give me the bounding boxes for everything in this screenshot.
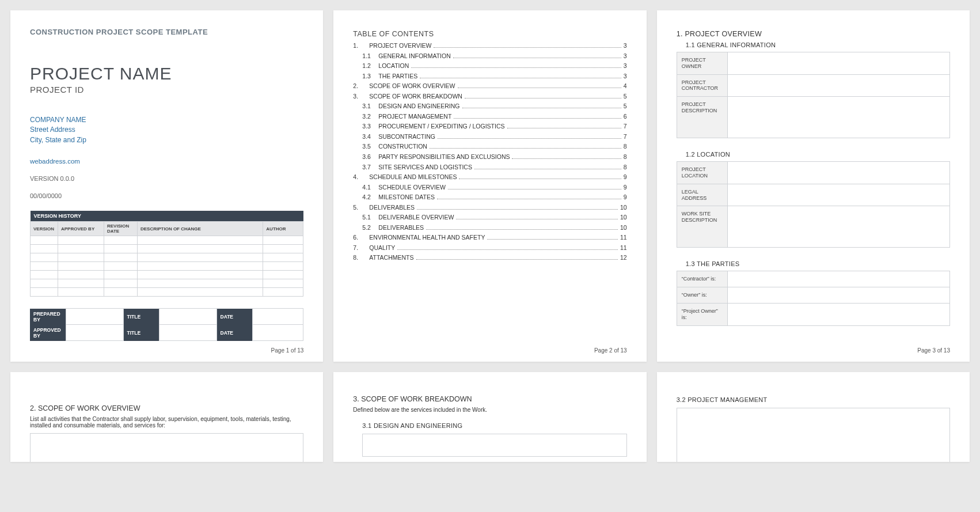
table-row	[31, 288, 303, 297]
section-3-heading: 3. SCOPE OF WORK BREAKDOWN	[353, 395, 626, 403]
label-project-owner-is: “Project Owner” is:	[677, 303, 727, 325]
label-project-description: PROJECT DESCRIPTION	[677, 97, 727, 138]
doc-date: 00/00/0000	[30, 192, 303, 199]
col-version: VERSION	[31, 222, 58, 236]
location-table: PROJECT LOCATION LEGAL ADDRESS WORK SITE…	[677, 161, 950, 248]
design-engineering-box	[362, 434, 626, 457]
page-4: 2. SCOPE OF WORK OVERVIEW List all activ…	[10, 372, 323, 462]
section-2-desc: List all activities that the Contractor …	[30, 416, 303, 428]
toc-title: TABLE OF CONTENTS	[353, 30, 626, 38]
section-3-2-heading: 3.2 PROJECT MANAGEMENT	[677, 396, 950, 403]
label-title: TITLE	[123, 325, 159, 341]
toc-page: 3	[624, 73, 627, 80]
toc-number: 3.1	[362, 103, 378, 110]
toc-page: 11	[620, 234, 627, 241]
toc-leader	[430, 148, 621, 149]
toc-number: 3.2	[362, 113, 378, 120]
toc-page: 12	[620, 255, 627, 261]
label-legal-address: LEGAL ADDRESS	[677, 184, 727, 206]
toc-label: QUALITY	[369, 245, 395, 252]
toc-label: THE PARTIES	[378, 73, 417, 80]
toc-page: 9	[624, 194, 627, 201]
toc-page: 4	[624, 83, 627, 90]
page-footer: Page 2 of 13	[594, 347, 627, 354]
col-approved: APPROVED BY	[58, 222, 104, 236]
toc-item: 4.SCHEDULE AND MILESTONES9	[353, 174, 626, 181]
section-1-1-heading: 1.1 GENERAL INFORMATION	[686, 41, 950, 48]
toc-leader	[465, 98, 621, 98]
toc-label: PARTY RESPONSIBILITIES AND EXCLUSIONS	[378, 154, 510, 161]
toc-label: PROJECT OVERVIEW	[369, 43, 431, 50]
toc-item: 4.2MILESTONE DATES9	[353, 194, 626, 201]
toc-number: 3.4	[362, 134, 378, 141]
toc-item: 6.ENVIRONMENTAL HEALTH AND SAFETY11	[353, 234, 626, 241]
page-footer: Page 3 of 13	[917, 347, 950, 354]
toc-label: DELIVERABLES	[378, 225, 424, 232]
toc-label: LOCATION	[378, 63, 409, 70]
toc-page: 10	[620, 225, 627, 232]
toc-page: 11	[620, 245, 627, 252]
toc-item: 3.7SITE SERVICES AND LOGISTICS8	[353, 164, 626, 171]
toc-page: 8	[624, 143, 627, 150]
toc-number: 4.2	[362, 194, 378, 201]
toc-number: 6.	[353, 234, 369, 241]
document-title: CONSTRUCTION PROJECT SCOPE TEMPLATE	[30, 28, 303, 36]
section-1-3-heading: 1.3 THE PARTIES	[686, 260, 950, 267]
toc-label: SCHEDULE OVERVIEW	[378, 184, 446, 191]
toc-number: 3.6	[362, 154, 378, 161]
col-desc: DESCRIPTION OF CHANGE	[138, 222, 263, 236]
section-1-2-heading: 1.2 LOCATION	[686, 151, 950, 158]
toc-page: 10	[620, 204, 627, 211]
table-row	[31, 279, 303, 288]
toc-leader	[454, 118, 621, 119]
toc-leader	[397, 249, 618, 250]
toc-page: 5	[624, 103, 627, 110]
toc-item: 3.1DESIGN AND ENGINEERING5	[353, 103, 626, 110]
toc-item: 5.DELIVERABLES10	[353, 204, 626, 211]
toc-number: 5.2	[362, 225, 378, 232]
toc-leader	[474, 169, 621, 169]
toc-leader	[448, 189, 621, 189]
toc-leader	[512, 158, 621, 159]
toc-number: 5.	[353, 204, 369, 211]
table-row	[31, 271, 303, 279]
toc-page: 8	[624, 164, 627, 171]
toc-item: 5.1DELIVERABLE OVERVIEW10	[353, 214, 626, 221]
toc-leader	[458, 88, 621, 88]
table-row	[31, 253, 303, 262]
toc-item: 4.1SCHEDULE OVERVIEW9	[353, 184, 626, 191]
toc-leader	[456, 219, 618, 219]
label-date: DATE	[216, 309, 252, 325]
toc-leader	[459, 179, 621, 179]
toc-label: PROJECT MANAGEMENT	[378, 113, 451, 120]
toc-page: 8	[624, 154, 627, 161]
toc-label: CONSTRUCTION	[378, 143, 427, 150]
toc-item: 3.6PARTY RESPONSIBILITIES AND EXCLUSIONS…	[353, 154, 626, 161]
toc-page: 7	[624, 123, 627, 130]
toc-label: SCHEDULE AND MILESTONES	[369, 174, 457, 181]
toc-item: 3.SCOPE OF WORK BREAKDOWN5	[353, 93, 626, 100]
company-street: Street Address	[30, 125, 303, 135]
label-project-location: PROJECT LOCATION	[677, 162, 727, 184]
toc-leader	[411, 67, 621, 68]
table-row	[31, 245, 303, 253]
toc-item: 7.QUALITY11	[353, 245, 626, 252]
toc-item: 5.2DELIVERABLES10	[353, 225, 626, 232]
page-6: 3.2 PROJECT MANAGEMENT	[657, 372, 970, 462]
label-contractor-is: “Contractor” is:	[677, 271, 727, 287]
toc-label: MILESTONE DATES	[378, 194, 435, 201]
company-block: COMPANY NAME Street Address City, State …	[30, 115, 303, 145]
toc-list: 1.PROJECT OVERVIEW31.1GENERAL INFORMATIO…	[353, 43, 626, 261]
toc-page: 6	[624, 113, 627, 120]
page-footer: Page 1 of 13	[271, 347, 304, 354]
toc-label: SCOPE OF WORK BREAKDOWN	[369, 93, 462, 100]
section-3-1-heading: 3.1 DESIGN AND ENGINEERING	[362, 422, 626, 429]
toc-leader	[507, 128, 621, 128]
toc-number: 3.7	[362, 164, 378, 171]
toc-number: 3.3	[362, 123, 378, 130]
label-owner-is: “Owner” is:	[677, 287, 727, 304]
toc-label: DESIGN AND ENGINEERING	[378, 103, 459, 110]
toc-item: 8.ATTACHMENTS12	[353, 255, 626, 261]
toc-label: DELIVERABLES	[369, 204, 415, 211]
toc-leader	[426, 229, 618, 230]
